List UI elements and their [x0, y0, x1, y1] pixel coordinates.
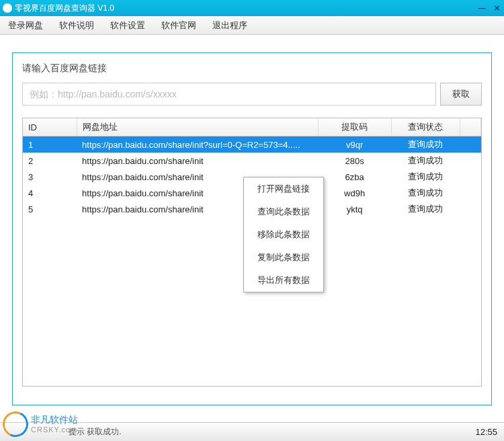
table-row[interactable]: 1https://pan.baidu.com/share/init?surl=0… — [23, 136, 481, 153]
col-header-id[interactable]: ID — [23, 118, 77, 136]
fetch-button[interactable]: 获取 — [440, 83, 482, 106]
cell-code: v9qr — [318, 136, 391, 153]
cell-id: 5 — [23, 201, 77, 217]
cell-id: 4 — [23, 185, 77, 201]
ctx-export-all[interactable]: 导出所有数据 — [244, 269, 323, 292]
menu-login[interactable]: 登录网盘 — [5, 18, 46, 33]
watermark: 非凡软件站 CRSKY.com — [3, 411, 78, 437]
cell-url: https://pan.baidu.com/share/init — [77, 153, 318, 169]
input-row: 获取 — [22, 83, 482, 106]
menu-settings[interactable]: 软件设置 — [108, 18, 148, 33]
ctx-query-row[interactable]: 查询此条数据 — [244, 200, 323, 223]
cell-status: 查询成功 — [391, 136, 460, 153]
watermark-en: CRSKY.com — [31, 426, 78, 434]
cell-spacer — [460, 185, 481, 201]
cell-id: 3 — [23, 169, 77, 185]
ctx-remove-row[interactable]: 移除此条数据 — [244, 223, 323, 246]
table-row[interactable]: 2https://pan.baidu.com/share/init280s查询成… — [23, 153, 481, 169]
status-message-text: 获取成功. — [87, 427, 121, 436]
cell-code: wd9h — [318, 185, 391, 201]
status-clock: 12:55 — [475, 427, 497, 437]
prompt-label: 请输入百度网盘链接 — [22, 63, 482, 75]
ctx-open-link[interactable]: 打开网盘链接 — [244, 177, 323, 200]
cell-status: 查询成功 — [391, 153, 460, 169]
cell-status: 查询成功 — [391, 169, 460, 185]
cell-url: https://pan.baidu.com/share/init?surl=0-… — [77, 136, 318, 153]
col-header-url[interactable]: 网盘地址 — [77, 118, 318, 136]
cell-spacer — [460, 136, 481, 153]
cell-spacer — [460, 153, 481, 169]
window-title: 零视界百度网盘查询器 V1.0 — [15, 3, 114, 14]
menu-bar: 登录网盘 软件说明 软件设置 软件官网 退出程序 — [0, 16, 504, 35]
title-bar: 零视界百度网盘查询器 V1.0 — ✕ — [0, 0, 504, 16]
menu-exit[interactable]: 退出程序 — [210, 18, 250, 33]
cell-spacer — [460, 169, 481, 185]
col-header-spacer — [460, 118, 481, 136]
window-controls: — ✕ — [477, 3, 501, 13]
col-header-status[interactable]: 查询状态 — [391, 118, 460, 136]
cell-code: yktq — [318, 201, 391, 217]
cell-code: 280s — [318, 153, 391, 169]
table-header-row: ID 网盘地址 提取码 查询状态 — [23, 118, 481, 136]
watermark-cn: 非凡软件站 — [31, 415, 78, 425]
minimize-button[interactable]: — — [477, 3, 487, 13]
cell-spacer — [460, 201, 481, 217]
menu-website[interactable]: 软件官网 — [159, 18, 199, 33]
cell-id: 2 — [23, 153, 77, 169]
app-icon — [3, 3, 12, 13]
close-button[interactable]: ✕ — [492, 3, 501, 13]
cell-status: 查询成功 — [391, 201, 460, 217]
content-area: 请输入百度网盘链接 获取 ID 网盘地址 提取码 查询状态 1https://p… — [0, 35, 504, 422]
main-panel: 请输入百度网盘链接 获取 ID 网盘地址 提取码 查询状态 1https://p… — [12, 52, 492, 405]
cell-status: 查询成功 — [391, 185, 460, 201]
watermark-text: 非凡软件站 CRSKY.com — [31, 415, 78, 433]
url-input[interactable] — [22, 83, 436, 106]
ctx-copy-row[interactable]: 复制此条数据 — [244, 246, 323, 269]
context-menu: 打开网盘链接 查询此条数据 移除此条数据 复制此条数据 导出所有数据 — [243, 177, 324, 292]
cell-id: 1 — [23, 136, 77, 153]
watermark-logo-icon — [0, 408, 32, 441]
menu-about[interactable]: 软件说明 — [56, 18, 97, 33]
col-header-code[interactable]: 提取码 — [318, 118, 391, 136]
cell-code: 6zba — [318, 169, 391, 185]
title-bar-left: 零视界百度网盘查询器 V1.0 — [3, 3, 114, 14]
